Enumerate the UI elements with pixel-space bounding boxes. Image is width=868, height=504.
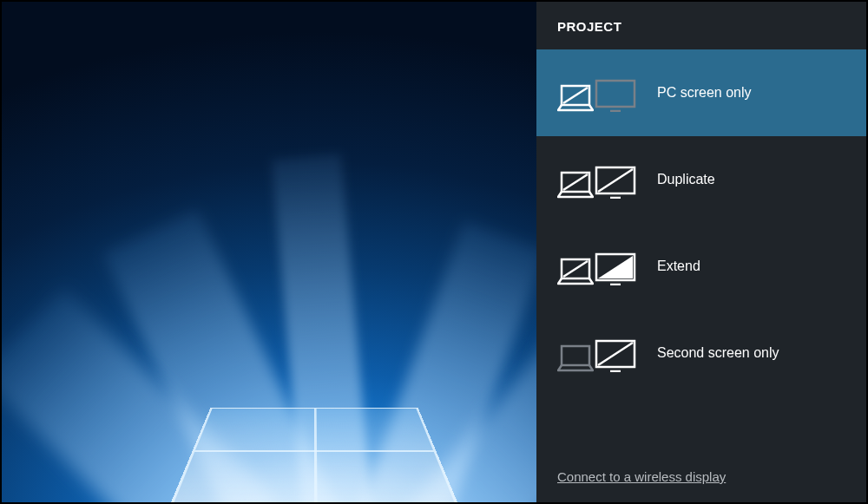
- panel-title: PROJECT: [557, 19, 845, 34]
- second-screen-only-icon: [557, 334, 636, 372]
- panel-header: PROJECT: [536, 2, 866, 49]
- option-label: Duplicate: [657, 172, 715, 187]
- pc-screen-only-icon: [557, 74, 636, 112]
- option-extend[interactable]: Extend: [536, 223, 866, 310]
- option-label: Second screen only: [657, 345, 779, 361]
- extend-icon: [557, 247, 636, 285]
- connect-wireless-display-link[interactable]: Connect to a wireless display: [557, 469, 726, 484]
- option-second-screen-only[interactable]: Second screen only: [536, 310, 866, 396]
- option-duplicate[interactable]: Duplicate: [536, 136, 866, 223]
- svg-rect-9: [562, 346, 589, 365]
- project-panel: PROJECT PC screen only: [536, 2, 866, 502]
- option-label: Extend: [657, 259, 700, 274]
- panel-footer: Connect to a wireless display: [536, 469, 866, 502]
- svg-rect-1: [596, 81, 635, 107]
- option-label: PC screen only: [657, 85, 752, 101]
- project-options: PC screen only Duplicate: [536, 49, 866, 396]
- option-pc-screen-only[interactable]: PC screen only: [536, 49, 866, 136]
- duplicate-icon: [557, 160, 636, 199]
- desktop-background: [2, 2, 536, 502]
